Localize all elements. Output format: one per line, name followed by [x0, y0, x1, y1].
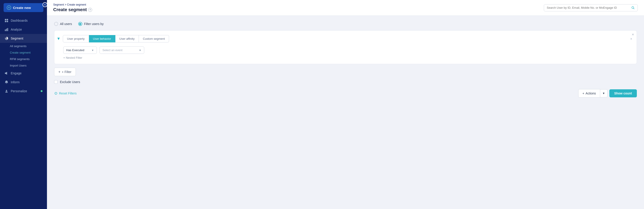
sidebar-item-all-segments[interactable]: All segments: [10, 43, 47, 49]
content-area: All users Filter users by × ▼ User prope…: [47, 16, 644, 209]
sidebar-item-personalize[interactable]: Personalize: [0, 87, 47, 96]
nav-sub-label: Create segment: [10, 51, 31, 54]
personalize-dot: [41, 90, 42, 92]
filter-users-label: Filter users by: [84, 22, 104, 26]
top-bar-left: Segment > Create segment Create segment …: [53, 3, 92, 12]
sidebar-item-label: Engage: [11, 71, 22, 75]
filter-tabs-row: ▼ User property User behavior User affin…: [56, 35, 632, 42]
event-chevron-icon: ▼: [139, 49, 141, 52]
filter-users-radio[interactable]: [78, 22, 82, 26]
breadcrumb-separator: >: [64, 3, 66, 6]
svg-rect-2: [5, 21, 6, 22]
sidebar-item-rfm-segments[interactable]: RFM segments: [10, 56, 47, 62]
nested-filter-button[interactable]: + Nested Filter: [56, 54, 632, 59]
sidebar-item-label: Personalize: [11, 89, 27, 93]
funnel-icon[interactable]: ▼: [56, 36, 60, 41]
svg-rect-6: [8, 28, 8, 31]
reset-filters-button[interactable]: Reset Filters: [54, 92, 77, 95]
add-filter-plus-icon: +: [58, 70, 60, 74]
all-users-option[interactable]: All users: [54, 22, 72, 26]
filter-mode-selector: All users Filter users by: [54, 22, 637, 26]
segment-subnav: All segments Create segment RFM segments…: [0, 43, 47, 69]
tab-row-close-icon[interactable]: ×: [630, 37, 632, 41]
create-new-button[interactable]: + Create new: [4, 3, 44, 12]
pie-chart-icon: [4, 36, 8, 40]
svg-rect-1: [7, 19, 8, 20]
bottom-bar: Reset Filters + Actions ▼ Show count: [54, 89, 637, 98]
sidebar-item-label: Dashboards: [11, 19, 28, 22]
sidebar-item-inform[interactable]: Inform: [0, 78, 47, 87]
exclude-users-row: Exclude Users: [54, 80, 637, 84]
add-filter-button[interactable]: + + Filter: [54, 68, 76, 76]
tab-label: User behavior: [93, 37, 111, 40]
main-content: Segment > Create segment Create segment …: [47, 0, 644, 209]
filter-card: × ▼ User property User behavior User aff…: [54, 30, 637, 64]
create-new-label: Create new: [13, 6, 31, 9]
search-icon: [631, 6, 635, 9]
nav-sub-label: All segments: [10, 44, 26, 48]
sidebar-item-engage[interactable]: Engage: [0, 69, 47, 78]
behavior-dropdown-value: Has Executed: [66, 48, 84, 52]
page-title: Create segment ?: [53, 7, 92, 12]
tab-custom-segment[interactable]: Custom segment: [139, 35, 169, 42]
filter-inner-row: Has Executed ▼ Select an event ▼: [56, 46, 632, 54]
filter-card-close-icon[interactable]: ×: [632, 33, 634, 36]
svg-point-8: [632, 6, 634, 8]
exclude-users-checkbox[interactable]: [54, 80, 58, 84]
show-count-label: Show count: [614, 92, 632, 95]
sidebar-item-create-segment[interactable]: Create segment: [10, 49, 47, 56]
nav-sub-label: Import Users: [10, 64, 26, 67]
search-input[interactable]: [547, 6, 630, 9]
chevron-down-icon: ▼: [92, 49, 94, 52]
svg-rect-5: [6, 28, 7, 31]
actions-button[interactable]: + Actions: [578, 89, 600, 98]
breadcrumb-prefix: Segment: [53, 3, 64, 6]
has-executed-dropdown[interactable]: Has Executed ▼: [63, 46, 97, 54]
breadcrumb-current: Create segment: [67, 3, 86, 6]
plus-circle-icon: +: [7, 5, 11, 10]
reset-icon: [54, 92, 58, 95]
svg-point-7: [6, 90, 7, 91]
tab-label: User property: [67, 37, 85, 40]
bell-icon: [4, 80, 8, 84]
actions-plus-icon: +: [582, 92, 584, 95]
sidebar-item-label: Inform: [11, 80, 20, 84]
tab-label: Custom segment: [143, 37, 165, 40]
svg-rect-0: [5, 19, 6, 20]
event-dropdown[interactable]: Select an event ▼: [100, 46, 144, 54]
sidebar: + Create new Dashboards Analyze Segment …: [0, 0, 47, 209]
svg-rect-3: [7, 21, 8, 22]
breadcrumb: Segment > Create segment: [53, 3, 92, 6]
sidebar-toggle[interactable]: [42, 2, 48, 7]
top-bar: Segment > Create segment Create segment …: [47, 0, 644, 16]
sidebar-item-label: Segment: [11, 37, 23, 40]
user-circle-icon: [4, 89, 8, 93]
actions-chevron-icon: ▼: [602, 92, 605, 95]
sidebar-item-label: Analyze: [11, 28, 22, 31]
tab-user-behavior[interactable]: User behavior: [89, 35, 116, 42]
tab-label: User affinity: [120, 37, 134, 40]
search-box[interactable]: [544, 4, 638, 11]
sidebar-item-import-users[interactable]: Import Users: [10, 62, 47, 69]
svg-rect-4: [5, 29, 6, 31]
svg-line-9: [634, 8, 634, 9]
show-count-button[interactable]: Show count: [609, 89, 637, 97]
tab-user-affinity[interactable]: User affinity: [116, 35, 139, 42]
filter-users-option[interactable]: Filter users by: [78, 22, 104, 26]
tab-user-property[interactable]: User property: [63, 35, 89, 42]
sidebar-item-segment[interactable]: Segment: [0, 34, 47, 43]
event-dropdown-placeholder: Select an event: [102, 48, 122, 52]
sidebar-item-dashboards[interactable]: Dashboards: [0, 16, 47, 25]
add-filter-label: + Filter: [62, 70, 71, 74]
nested-filter-label: + Nested Filter: [63, 56, 82, 59]
bar-chart-icon: [4, 27, 8, 31]
megaphone-icon: [4, 71, 8, 75]
actions-label: Actions: [586, 92, 596, 95]
sidebar-item-analyze[interactable]: Analyze: [0, 25, 47, 34]
exclude-users-label: Exclude Users: [60, 80, 80, 84]
help-icon[interactable]: ?: [88, 8, 92, 12]
page-title-text: Create segment: [53, 7, 87, 12]
all-users-radio[interactable]: [54, 22, 58, 26]
actions-dropdown-button[interactable]: ▼: [600, 89, 608, 97]
reset-filters-label: Reset Filters: [59, 92, 77, 95]
